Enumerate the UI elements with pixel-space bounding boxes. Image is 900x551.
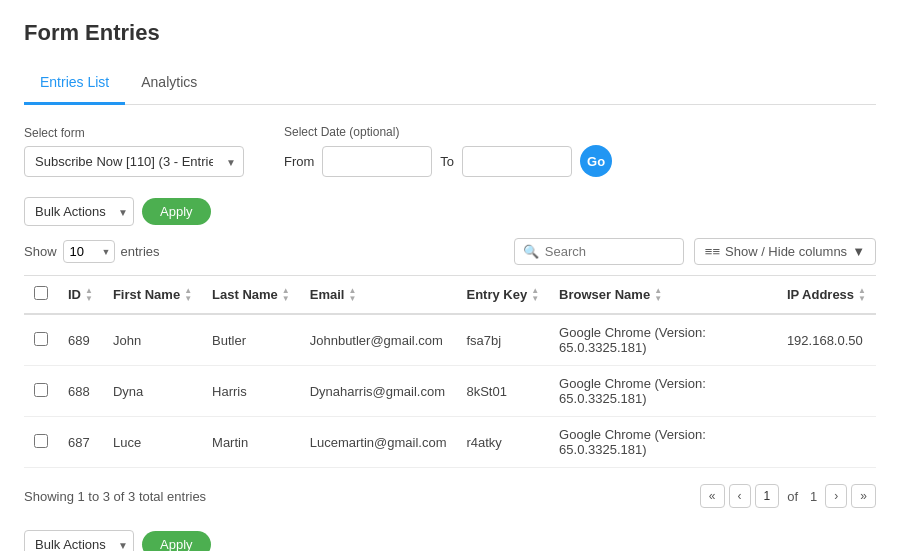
cell-entry-key: 8kSt01 bbox=[456, 366, 549, 417]
show-hide-columns-button[interactable]: ≡≡ Show / Hide columns ▼ bbox=[694, 238, 876, 265]
bulk-actions-select[interactable]: Bulk Actions bbox=[24, 197, 134, 226]
tab-bar: Entries List Analytics bbox=[24, 62, 876, 105]
columns-icon: ≡≡ bbox=[705, 244, 720, 259]
entries-per-page-select[interactable]: 10 25 50 100 bbox=[63, 240, 115, 263]
filter-row: Select form Subscribe Now [110] (3 - Ent… bbox=[24, 125, 876, 177]
sort-id-arrows: ▲▼ bbox=[85, 287, 93, 303]
cell-first-name: Luce bbox=[103, 417, 202, 468]
th-browser-name: Browser Name ▲▼ bbox=[549, 276, 777, 315]
top-bulk-row: Bulk Actions ▼ Apply bbox=[24, 197, 876, 226]
tab-entries-list[interactable]: Entries List bbox=[24, 62, 125, 105]
select-all-header bbox=[24, 276, 58, 315]
sort-ip-address[interactable]: IP Address ▲▼ bbox=[787, 287, 866, 303]
from-date-input[interactable] bbox=[322, 146, 432, 177]
cell-browser-name: Google Chrome (Version: 65.0.3325.181) bbox=[549, 417, 777, 468]
next-page-button[interactable]: › bbox=[825, 484, 847, 508]
from-label: From bbox=[284, 154, 314, 169]
total-pages-label: 1 bbox=[810, 489, 817, 504]
row-checkbox-cell bbox=[24, 366, 58, 417]
bulk-actions-wrapper: Bulk Actions ▼ bbox=[24, 197, 134, 226]
tab-analytics[interactable]: Analytics bbox=[125, 62, 213, 105]
cell-first-name: John bbox=[103, 314, 202, 366]
search-box: 🔍 bbox=[514, 238, 684, 265]
bottom-bulk-actions-wrapper: Bulk Actions ▼ bbox=[24, 530, 134, 551]
showing-text: Showing 1 to 3 of 3 total entries bbox=[24, 489, 206, 504]
to-date-input[interactable] bbox=[462, 146, 572, 177]
show-entries-control: Show 10 25 50 100 ▼ entries bbox=[24, 240, 160, 263]
sort-first-name[interactable]: First Name ▲▼ bbox=[113, 287, 192, 303]
table-footer: Showing 1 to 3 of 3 total entries « ‹ 1 … bbox=[24, 474, 876, 518]
bottom-bulk-row: Bulk Actions ▼ Apply bbox=[24, 530, 876, 551]
sort-lastname-arrows: ▲▼ bbox=[282, 287, 290, 303]
date-select-group: Select Date (optional) From To Go bbox=[284, 125, 612, 177]
row-checkbox[interactable] bbox=[34, 383, 48, 397]
form-select[interactable]: Subscribe Now [110] (3 - Entries) bbox=[24, 146, 244, 177]
show-hide-label: Show / Hide columns bbox=[725, 244, 847, 259]
last-page-button[interactable]: » bbox=[851, 484, 876, 508]
cell-ip-address: 192.168.0.50 bbox=[777, 314, 876, 366]
pagination: « ‹ 1 of 1 › » bbox=[700, 484, 876, 508]
bottom-apply-button[interactable]: Apply bbox=[142, 531, 211, 551]
cell-last-name: Butler bbox=[202, 314, 300, 366]
entries-select-wrapper: 10 25 50 100 ▼ bbox=[63, 240, 115, 263]
sort-last-name[interactable]: Last Name ▲▼ bbox=[212, 287, 290, 303]
cell-ip-address bbox=[777, 417, 876, 468]
select-all-checkbox[interactable] bbox=[34, 286, 48, 300]
go-button[interactable]: Go bbox=[580, 145, 612, 177]
cell-first-name: Dyna bbox=[103, 366, 202, 417]
sort-email-arrows: ▲▼ bbox=[348, 287, 356, 303]
cell-ip-address bbox=[777, 366, 876, 417]
table-header-row: ID ▲▼ First Name ▲▼ Last Name ▲▼ bbox=[24, 276, 876, 315]
cell-id: 687 bbox=[58, 417, 103, 468]
to-label: To bbox=[440, 154, 454, 169]
table-row: 687 Luce Martin Lucemartin@gmail.com r4a… bbox=[24, 417, 876, 468]
table-row: 688 Dyna Harris Dynaharris@gmail.com 8kS… bbox=[24, 366, 876, 417]
cell-browser-name: Google Chrome (Version: 65.0.3325.181) bbox=[549, 314, 777, 366]
top-apply-button[interactable]: Apply bbox=[142, 198, 211, 225]
cell-browser-name: Google Chrome (Version: 65.0.3325.181) bbox=[549, 366, 777, 417]
row-checkbox-cell bbox=[24, 417, 58, 468]
table-controls-bar: Show 10 25 50 100 ▼ entries 🔍 ≡≡ Show / … bbox=[24, 238, 876, 265]
search-input[interactable] bbox=[545, 244, 675, 259]
sort-entry-key[interactable]: Entry Key ▲▼ bbox=[466, 287, 539, 303]
search-icon: 🔍 bbox=[523, 244, 539, 259]
page-of-label: of bbox=[787, 489, 798, 504]
table-row: 689 John Butler Johnbutler@gmail.com fsa… bbox=[24, 314, 876, 366]
cell-entry-key: r4atky bbox=[456, 417, 549, 468]
th-id: ID ▲▼ bbox=[58, 276, 103, 315]
sort-firstname-arrows: ▲▼ bbox=[184, 287, 192, 303]
th-entry-key: Entry Key ▲▼ bbox=[456, 276, 549, 315]
entries-table: ID ▲▼ First Name ▲▼ Last Name ▲▼ bbox=[24, 275, 876, 468]
th-ip-address: IP Address ▲▼ bbox=[777, 276, 876, 315]
first-page-button[interactable]: « bbox=[700, 484, 725, 508]
cell-id: 689 bbox=[58, 314, 103, 366]
form-select-wrapper: Subscribe Now [110] (3 - Entries) ▼ bbox=[24, 146, 244, 177]
row-checkbox[interactable] bbox=[34, 434, 48, 448]
bottom-bulk-actions-select[interactable]: Bulk Actions bbox=[24, 530, 134, 551]
cell-id: 688 bbox=[58, 366, 103, 417]
th-first-name: First Name ▲▼ bbox=[103, 276, 202, 315]
date-inputs: From To Go bbox=[284, 145, 612, 177]
cell-email: Johnbutler@gmail.com bbox=[300, 314, 457, 366]
row-checkbox-cell bbox=[24, 314, 58, 366]
cell-last-name: Harris bbox=[202, 366, 300, 417]
sort-ipaddress-arrows: ▲▼ bbox=[858, 287, 866, 303]
entries-label: entries bbox=[121, 244, 160, 259]
sort-id[interactable]: ID ▲▼ bbox=[68, 287, 93, 303]
sort-browsername-arrows: ▲▼ bbox=[654, 287, 662, 303]
current-page-button[interactable]: 1 bbox=[755, 484, 780, 508]
sort-email[interactable]: Email ▲▼ bbox=[310, 287, 357, 303]
cell-email: Dynaharris@gmail.com bbox=[300, 366, 457, 417]
th-email: Email ▲▼ bbox=[300, 276, 457, 315]
right-controls: 🔍 ≡≡ Show / Hide columns ▼ bbox=[514, 238, 876, 265]
form-select-group: Select form Subscribe Now [110] (3 - Ent… bbox=[24, 126, 244, 177]
row-checkbox[interactable] bbox=[34, 332, 48, 346]
page-title: Form Entries bbox=[24, 20, 876, 46]
cell-last-name: Martin bbox=[202, 417, 300, 468]
sort-browser-name[interactable]: Browser Name ▲▼ bbox=[559, 287, 662, 303]
show-label: Show bbox=[24, 244, 57, 259]
prev-page-button[interactable]: ‹ bbox=[729, 484, 751, 508]
cell-email: Lucemartin@gmail.com bbox=[300, 417, 457, 468]
sort-entrykey-arrows: ▲▼ bbox=[531, 287, 539, 303]
date-select-label: Select Date (optional) bbox=[284, 125, 612, 139]
